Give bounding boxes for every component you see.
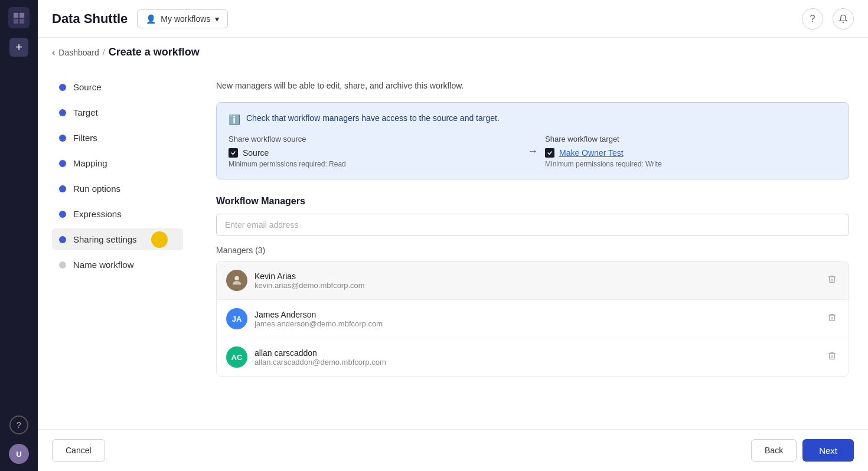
sidebar-help-icon[interactable]: ? — [9, 416, 28, 434]
manager-list: Kevin Arias kevin.arias@demo.mbfcorp.com — [216, 261, 849, 377]
footer-right: Back Next — [751, 439, 854, 462]
step-label-run-options: Run options — [73, 184, 120, 194]
sidebar-avatar[interactable]: U — [9, 444, 29, 464]
avatar: JA — [226, 308, 247, 329]
chevron-down-icon: ▾ — [215, 14, 219, 24]
app-logo — [8, 7, 30, 28]
cancel-button[interactable]: Cancel — [52, 439, 105, 462]
avatar — [226, 270, 247, 291]
step-dot-target — [59, 109, 66, 116]
info-box: ℹ️ Check that workflow managers have acc… — [216, 102, 849, 179]
step-dot-sharing — [59, 236, 66, 243]
step-dot-mapping — [59, 160, 66, 167]
main-content: New managers will be able to edit, share… — [197, 67, 868, 429]
step-target[interactable]: Target — [52, 102, 183, 123]
email-input[interactable] — [216, 214, 849, 236]
body-area: Source Target Filters Mapping Run option… — [38, 67, 868, 429]
manager-name: allan carscaddon — [254, 348, 818, 358]
step-run-options[interactable]: Run options — [52, 178, 183, 199]
info-box-title: Check that workflow managers have access… — [246, 113, 500, 123]
breadcrumb-link[interactable]: Dashboard — [58, 48, 99, 57]
workflow-managers-title: Workflow Managers — [216, 196, 849, 207]
avatar: AC — [226, 346, 247, 368]
step-label-expressions: Expressions — [73, 209, 122, 219]
share-source-col: Share workflow source Source Minimum per… — [229, 135, 520, 168]
svg-point-4 — [234, 276, 239, 280]
top-header: Data Shuttle 👤 My workflows ▾ ? — [38, 0, 868, 38]
add-button[interactable]: + — [9, 38, 28, 57]
intro-text: New managers will be able to edit, share… — [216, 81, 849, 90]
header-right: ? — [802, 8, 854, 30]
delete-manager-button[interactable] — [825, 349, 839, 365]
managers-count: Managers (3) — [216, 246, 849, 255]
manager-email: allan.carscaddon@demo.mbfcorp.com — [254, 358, 818, 367]
back-arrow[interactable]: ‹ — [52, 47, 55, 58]
step-dot-run-options — [59, 185, 66, 192]
step-label-target: Target — [73, 107, 98, 117]
step-sharing-settings[interactable]: Sharing settings — [52, 228, 183, 250]
manager-name: James Anderson — [254, 310, 818, 319]
step-dot-source — [59, 84, 66, 91]
help-button[interactable]: ? — [802, 8, 823, 30]
source-name: Source — [243, 148, 269, 158]
source-checkbox — [229, 148, 238, 158]
step-label-filters: Filters — [73, 133, 97, 143]
step-mapping[interactable]: Mapping — [52, 152, 183, 174]
manager-row: Kevin Arias kevin.arias@demo.mbfcorp.com — [217, 261, 849, 300]
svg-rect-0 — [14, 13, 18, 18]
back-button[interactable]: Back — [751, 439, 797, 462]
step-expressions[interactable]: Expressions — [52, 203, 183, 225]
svg-rect-2 — [14, 19, 18, 24]
step-name-workflow[interactable]: Name workflow — [52, 254, 183, 276]
step-dot-name-workflow — [59, 261, 66, 269]
manager-email: kevin.arias@demo.mbfcorp.com — [254, 281, 818, 290]
header-left: Data Shuttle 👤 My workflows ▾ — [52, 9, 228, 28]
app-sidebar: + ? U — [0, 0, 38, 471]
share-target-col: Share workflow target Make Owner Test Mi… — [545, 135, 837, 168]
delete-manager-button[interactable] — [825, 310, 839, 327]
target-name[interactable]: Make Owner Test — [559, 148, 624, 158]
share-target-item: Make Owner Test — [545, 148, 837, 158]
delete-manager-button[interactable] — [825, 272, 839, 289]
share-source-label: Share workflow source — [229, 135, 520, 143]
svg-rect-1 — [19, 13, 24, 18]
step-label-source: Source — [73, 82, 102, 92]
share-target-label: Share workflow target — [545, 135, 837, 143]
notifications-button[interactable] — [833, 8, 854, 30]
workflows-button[interactable]: 👤 My workflows ▾ — [137, 9, 228, 28]
step-filters[interactable]: Filters — [52, 127, 183, 149]
arrow-col: → — [527, 145, 538, 158]
svg-rect-3 — [19, 19, 24, 24]
user-icon: 👤 — [146, 14, 156, 24]
info-box-header: ℹ️ Check that workflow managers have acc… — [229, 113, 837, 125]
target-checkbox — [545, 148, 554, 158]
info-icon: ℹ️ — [229, 114, 240, 125]
info-box-grid: Share workflow source Source Minimum per… — [229, 135, 837, 168]
breadcrumb-separator: / — [103, 48, 105, 57]
step-dot-expressions — [59, 211, 66, 218]
step-label-name-workflow: Name workflow — [73, 260, 134, 270]
next-button[interactable]: Next — [802, 439, 854, 462]
source-perm: Minimum permissions required: Read — [229, 160, 520, 168]
manager-info: James Anderson james.anderson@demo.mbfco… — [254, 310, 818, 328]
breadcrumb-current: Create a workflow — [109, 46, 200, 58]
manager-info: allan carscaddon allan.carscaddon@demo.m… — [254, 348, 818, 367]
step-source[interactable]: Source — [52, 76, 183, 98]
workflows-btn-label: My workflows — [161, 14, 210, 24]
breadcrumb: ‹ Dashboard / Create a workflow — [38, 38, 868, 67]
manager-row: JA James Anderson james.anderson@demo.mb… — [217, 300, 849, 338]
footer-bar: Cancel Back Next — [38, 429, 868, 471]
highlight-circle — [151, 231, 168, 248]
steps-sidebar: Source Target Filters Mapping Run option… — [38, 67, 197, 429]
target-perm: Minimum permissions required: Write — [545, 160, 837, 168]
step-dot-filters — [59, 135, 66, 142]
step-label-sharing: Sharing settings — [73, 234, 137, 244]
step-label-mapping: Mapping — [73, 158, 107, 168]
share-source-item: Source — [229, 148, 520, 158]
manager-row: AC allan carscaddon allan.carscaddon@dem… — [217, 338, 849, 376]
manager-email: james.anderson@demo.mbfcorp.com — [254, 319, 818, 328]
manager-info: Kevin Arias kevin.arias@demo.mbfcorp.com — [254, 272, 818, 290]
app-title: Data Shuttle — [52, 11, 128, 27]
main-wrapper: Data Shuttle 👤 My workflows ▾ ? ‹ Dashbo… — [38, 0, 868, 471]
manager-name: Kevin Arias — [254, 272, 818, 281]
